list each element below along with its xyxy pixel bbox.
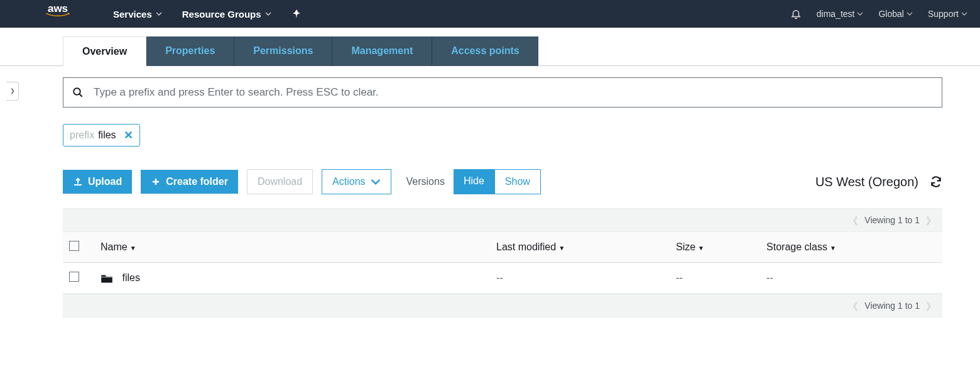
toolbar: Upload Create folder Download Actions Ve… [63,169,942,194]
versions-show[interactable]: Show [494,169,541,194]
nav-resource-groups[interactable]: Resource Groups [182,9,271,19]
sort-caret-icon: ▼ [830,245,836,252]
nav-region-label: Global [878,9,903,19]
viewing-bar-top: ❮ Viewing 1 to 1 ❯ [63,208,942,232]
create-folder-button-label: Create folder [166,176,228,187]
nav-support[interactable]: Support [928,9,967,19]
chevron-down-icon [961,11,967,17]
content: prefix files ✕ Upload Create folder Down… [0,66,980,330]
viewing-text-bottom: Viewing 1 to 1 [864,301,920,311]
aws-smile-icon [44,13,72,18]
row-last-modified: -- [496,272,503,283]
viewing-bar-bottom: ❮ Viewing 1 to 1 ❯ [63,294,942,318]
pin-icon [291,9,302,19]
page-prev: ❮ [852,215,859,225]
nav-resource-groups-label: Resource Groups [182,9,261,19]
tab-overview-label: Overview [82,46,127,57]
prefix-filter-value: files [98,130,116,141]
plus-icon [151,177,161,187]
folder-icon [101,274,113,284]
chevron-down-icon [371,177,381,187]
upload-icon [73,177,83,187]
tab-management[interactable]: Management [332,36,432,66]
svg-line-1 [79,94,82,97]
sort-caret-icon: ▼ [558,245,565,252]
col-name-header[interactable]: Name▼ [94,232,490,263]
tab-permissions-label: Permissions [253,45,313,56]
versions-show-label: Show [505,176,530,187]
col-storage-class-label: Storage class [766,241,827,252]
sidebar-expand-handle[interactable] [6,82,19,101]
prefix-filter-label: prefix [70,130,94,141]
tab-access-points[interactable]: Access points [432,36,538,66]
nav-services-label: Services [113,9,152,19]
col-name-label: Name [101,241,128,252]
create-folder-button[interactable]: Create folder [141,170,238,194]
col-size-header[interactable]: Size▼ [670,232,760,263]
svg-point-0 [74,88,80,95]
aws-logo[interactable]: aws [44,3,72,18]
chevron-right-icon [10,87,15,95]
nav-notifications[interactable] [790,8,802,19]
nav-region[interactable]: Global [878,9,912,19]
top-nav: aws Services Resource Groups dima_test G… [0,0,980,28]
versions-group: Versions Hide Show [406,169,541,194]
row-storage-class: -- [766,272,773,283]
sort-caret-icon: ▼ [130,245,136,252]
row-size: -- [676,272,683,283]
col-storage-class-header[interactable]: Storage class▼ [760,232,942,263]
chevron-down-icon [857,11,863,17]
page-prev: ❮ [852,301,859,311]
chevron-down-icon [265,11,271,17]
region-display: US West (Oregon) [815,175,918,189]
upload-button[interactable]: Upload [63,170,132,194]
chevron-down-icon [906,11,913,17]
prefix-filter-chip: prefix files ✕ [63,124,140,147]
search-input[interactable] [94,86,933,99]
tab-properties[interactable]: Properties [146,36,234,66]
tab-permissions[interactable]: Permissions [234,36,332,66]
tab-properties-label: Properties [165,45,215,56]
viewing-text-top: Viewing 1 to 1 [864,215,920,225]
upload-button-label: Upload [88,176,122,187]
page-next: ❯ [925,215,932,225]
row-checkbox[interactable] [69,272,79,282]
versions-hide-label: Hide [464,175,484,186]
nav-user[interactable]: dima_test [817,9,864,19]
actions-button-label: Actions [332,176,365,187]
page-next: ❯ [925,301,932,311]
nav-left: Services Resource Groups [113,9,302,19]
table-row[interactable]: files -- -- -- [63,263,942,294]
bell-icon [790,8,802,19]
col-last-modified-header[interactable]: Last modified▼ [490,232,670,263]
versions-toggle: Hide Show [454,169,541,194]
download-button-label: Download [258,176,302,187]
tab-overview[interactable]: Overview [63,36,146,66]
sort-caret-icon: ▼ [698,245,704,252]
tab-access-points-label: Access points [451,45,519,56]
prefix-filter-clear[interactable]: ✕ [124,128,133,142]
row-name[interactable]: files [122,272,139,283]
nav-right: dima_test Global Support [790,8,967,19]
search-icon [72,87,84,98]
col-last-modified-label: Last modified [496,241,556,252]
versions-label: Versions [406,176,445,187]
nav-services[interactable]: Services [113,9,162,19]
select-all-checkbox[interactable] [69,241,79,251]
nav-support-label: Support [928,9,959,19]
tab-bar: Overview Properties Permissions Manageme… [63,36,980,66]
region-block: US West (Oregon) [815,175,942,189]
objects-table: Name▼ Last modified▼ Size▼ Storage class… [63,232,942,294]
tab-management-label: Management [351,45,413,56]
refresh-icon[interactable] [930,175,942,188]
nav-pin[interactable] [291,9,302,19]
versions-hide[interactable]: Hide [454,169,494,194]
search-box [63,77,942,108]
nav-user-label: dima_test [817,9,855,19]
col-size-label: Size [676,241,695,252]
download-button: Download [247,169,313,194]
actions-button[interactable]: Actions [322,169,391,194]
chevron-down-icon [156,11,162,17]
table-header-row: Name▼ Last modified▼ Size▼ Storage class… [63,232,942,263]
